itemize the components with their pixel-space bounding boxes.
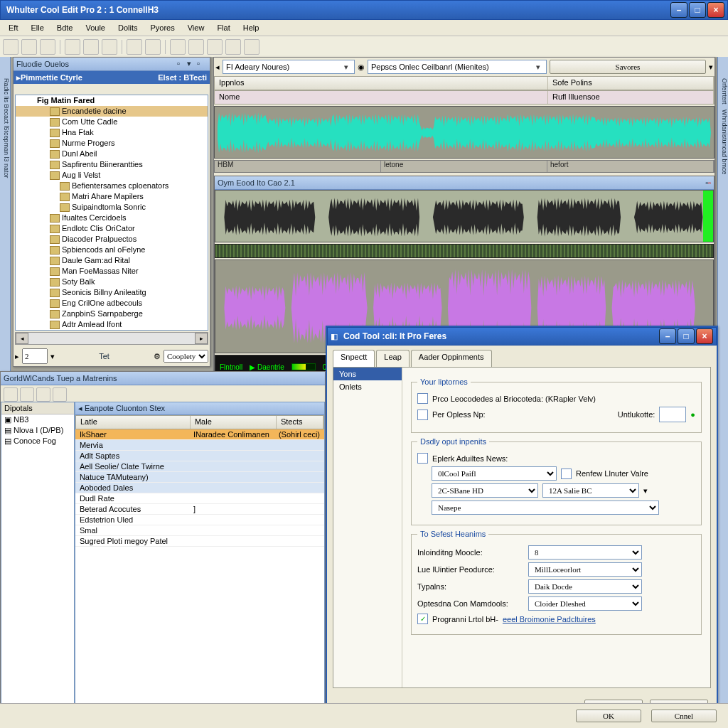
panel-pin-icon[interactable]: ▫ [177,59,187,69]
col-1[interactable]: Male [191,416,277,429]
list-row[interactable]: Smal [75,525,324,536]
menu-help[interactable]: Help [237,22,265,33]
tab-adder[interactable]: Aader Oppinments [411,350,492,367]
subcol-value[interactable]: Rufl Illuensoe [548,91,714,104]
tree-item[interactable]: Man FoeMassas Niter [16,266,208,277]
list-row[interactable]: Adlt Saptes [75,451,324,461]
tree-item[interactable]: Befientersames cploenators [16,181,208,191]
minimize-button[interactable]: – [670,2,687,18]
tool-redo-icon[interactable] [145,39,161,55]
panel-close-icon[interactable]: ▫ [197,59,207,69]
footer-number-input[interactable] [22,348,48,364]
list-row[interactable]: Mervia [75,440,324,451]
track-close-icon[interactable]: ▫ [708,178,711,187]
list-row[interactable]: Sugred Ploti megoy Patel [75,536,324,547]
tree-root[interactable]: Fig Matin Fared [16,95,208,106]
extra-dd-icon[interactable]: ▾ [643,486,648,496]
output-dd3[interactable]: 12A Salie BC [542,483,639,498]
save-preset-button[interactable]: Savores [550,60,706,74]
menu-pyores[interactable]: Pyores [144,22,180,33]
opt2-input[interactable] [659,407,686,422]
tree-item[interactable]: Spbiencods anl oFelyne [16,245,208,255]
check-renew[interactable] [561,469,572,479]
footer-select[interactable]: Cooplety [164,350,208,363]
right-dock-tab[interactable]: Orferrtert Whndanistuncad bmce [717,57,728,704]
list-row[interactable]: Aell Seolie/ Clate Twirne [75,461,324,472]
tree-item[interactable]: Aug li Velst [16,170,208,181]
r2-select[interactable]: MillLoceorlort [528,562,642,577]
dlg-max-button[interactable]: □ [678,328,695,344]
menu-flat[interactable]: Flat [211,22,235,33]
tool-b-icon[interactable] [188,39,204,55]
side-item[interactable]: ▤ Conoce Fog [1,436,74,446]
tree-item[interactable]: Diacoder Pralpuectos [16,234,208,245]
tree-item[interactable]: Sapfirentu Biinerantties [16,159,208,170]
side-tab[interactable]: Dipotals [1,402,74,414]
tool-copy-icon[interactable] [83,39,99,55]
scroll-right-icon[interactable]: ▸ [195,333,208,344]
footer-arrow-icon[interactable]: ▸ [15,352,19,361]
list-row-selected[interactable]: IkShaer INaradee Conlimanen (Sohirl ceci… [75,429,324,440]
side-item[interactable]: ▣ NB3 [1,414,74,425]
tab-inspect[interactable]: Snpectt [333,350,375,367]
cat-yons[interactable]: Yons [333,368,402,380]
footer-gear-icon[interactable]: ⚙ [154,352,161,361]
help-link[interactable]: eeel Broimonie Padcltuires [503,615,596,623]
waveform-minimap[interactable] [215,244,714,258]
tree-item[interactable]: Soty Balk [16,277,208,287]
menu-bdte[interactable]: Bdte [51,22,79,33]
lt-folder-icon[interactable] [36,387,50,402]
footer-caret-icon[interactable]: ▾ [50,352,55,361]
nav-back-icon[interactable]: ◂ [215,63,220,72]
r4-select[interactable]: Cloider Dleshed [528,596,642,611]
tree-item[interactable]: Com Utte Cadle [16,117,208,127]
tree-item[interactable]: Encandetie dacine [16,106,208,117]
panel-menu-icon[interactable]: ▾ [187,59,197,69]
bottom-ok-button[interactable]: OK [576,710,641,722]
list-row[interactable]: Natuce TAMuteany) [75,472,324,483]
tool-paste-icon[interactable] [102,39,117,55]
project-tree[interactable]: Fig Matin Fared Encandetie dacineCom Utt… [15,95,208,331]
scroll-left-icon[interactable]: ◂ [16,333,28,344]
scroll-track[interactable] [28,333,195,344]
tree-item[interactable]: Dunl Abeil [16,149,208,159]
nav-dd-icon[interactable]: ▾ [709,63,713,72]
tree-item[interactable]: Hna Ftak [16,127,208,138]
close-button[interactable]: × [707,2,724,18]
tree-item[interactable]: Adtr Amlead Ifont [16,319,208,330]
tree-item[interactable]: Suipaindtomla Sonric [16,202,208,213]
list-row[interactable]: Dudl Rate [75,493,324,504]
output-dd1[interactable]: 0lCool Paifl [432,466,557,481]
output-dd2[interactable]: 2C-SBane HD [432,483,538,498]
tree-item[interactable]: Ifualtes Cercidoels [16,213,208,223]
menu-eft[interactable]: Eft [3,22,23,33]
tool-cut-icon[interactable] [65,39,80,55]
col-0[interactable]: Latle [76,416,191,429]
output-select[interactable]: Pepscs Onlec Ceilbanrl (Mienites)▾ [368,60,547,74]
tool-new-icon[interactable] [3,39,18,55]
list-row[interactable]: Edstetrion Uled [75,515,324,525]
menu-view[interactable]: View [182,22,210,33]
menu-dolits[interactable]: Dolits [112,22,144,33]
tool-undo-icon[interactable] [127,39,142,55]
menu-voule[interactable]: Voule [80,22,111,33]
time-ruler[interactable]: HBM letone hefort [214,160,714,173]
r1-select[interactable]: 8 [528,545,642,560]
tree-item[interactable]: Seonicis Billny Anileatitg [16,287,208,298]
tree-item[interactable]: Matri Ahare Mapilers [16,191,208,202]
tree-item[interactable]: Eng CrilOne adbecouls [16,298,208,309]
check-2[interactable] [417,410,428,420]
tree-item[interactable]: Nurme Progers [16,138,208,149]
dlg-close-button[interactable]: × [696,328,713,344]
check-3[interactable] [417,453,428,464]
nav-go-icon[interactable]: ◉ [358,63,365,72]
tree-hscroll[interactable]: ◂ ▸ [15,332,208,345]
tool-e-icon[interactable] [244,39,259,55]
tool-save-icon[interactable] [40,39,55,55]
lt-open-icon[interactable] [20,387,34,402]
tab-leap[interactable]: Leap [376,350,409,367]
col-soft[interactable]: Sofe Polins [548,77,714,90]
lt-save-icon[interactable] [53,387,67,402]
side-item[interactable]: ▤ Nlova I (D/PB) [1,425,74,436]
preset-select[interactable]: FI Adeary Noures)▾ [223,60,355,74]
